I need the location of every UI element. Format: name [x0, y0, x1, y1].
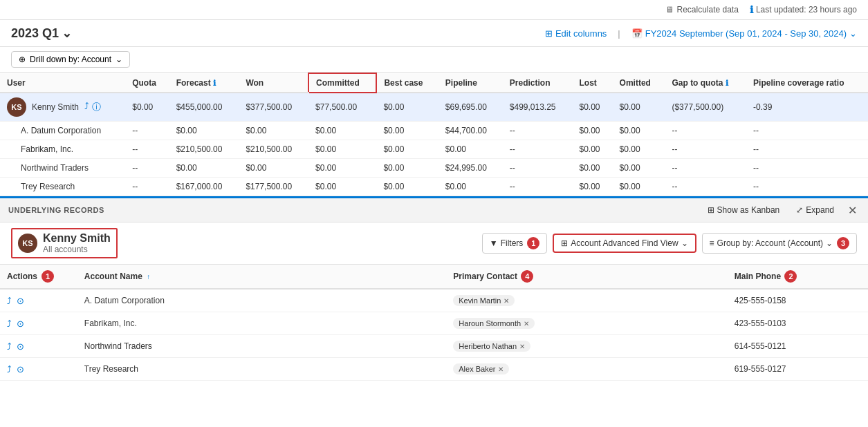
drill-bar: ⊕ Drill down by: Account ⌄ [0, 47, 868, 73]
col-account-name-header[interactable]: Account Name ↑ [77, 265, 446, 289]
contact-chip[interactable]: Kevin Martin ✕ [453, 295, 515, 306]
best-case-cell: $0.00 [376, 93, 438, 122]
primary-contact-cell: Alex Baker ✕ [446, 358, 727, 381]
last-updated: ℹ Last updated: 23 hours ago [750, 4, 857, 15]
group-icon: ≡ [710, 238, 714, 248]
advanced-find-button[interactable]: ⊞ Account Advanced Find View ⌄ [553, 234, 696, 253]
quota-cell: -- [125, 178, 169, 196]
sub-name-cell: A. Datum Corporation [0, 122, 125, 140]
show-as-kanban-button[interactable]: ⊞ Show as Kanban [702, 202, 786, 218]
more-options-icon[interactable]: ⊙ [17, 296, 24, 306]
account-name-cell: Northwind Traders [77, 335, 446, 358]
filters-button[interactable]: ▼ Filters 1 [482, 233, 548, 254]
forecast-section: User Quota Forecast ℹ Won Committed Best… [0, 73, 868, 196]
coverage-cell: -- [746, 122, 868, 140]
more-options-icon[interactable]: ⊙ [17, 364, 24, 374]
chevron-down-icon4: ⌄ [681, 238, 688, 248]
remove-contact-icon[interactable]: ✕ [524, 320, 529, 328]
contact-chip[interactable]: Heriberto Nathan ✕ [453, 341, 530, 352]
gap-cell: -- [665, 122, 746, 140]
prediction-cell: -- [503, 159, 573, 178]
open-record-icon[interactable]: ⤴ [7, 364, 12, 374]
contact-chip[interactable]: Alex Baker ✕ [453, 363, 509, 374]
gap-cell: -- [665, 140, 746, 159]
underlying-title: UNDERLYING RECORDS [8, 206, 104, 214]
coverage-cell: -- [746, 178, 868, 196]
contact-name: Haroun Stormonth [459, 319, 521, 328]
und-controls: ▼ Filters 1 ⊞ Account Advanced Find View… [482, 233, 857, 254]
contact-name: Alex Baker [459, 365, 495, 373]
group-by-badge: 3 [837, 237, 849, 249]
best-case-cell: $0.00 [376, 159, 438, 178]
col-forecast: Forecast ℹ [169, 73, 239, 93]
committed-cell: $77,500.00 [308, 93, 376, 122]
col-prediction: Prediction [503, 73, 573, 93]
close-button[interactable]: ✕ [845, 204, 860, 217]
won-cell: $377,500.00 [239, 93, 308, 122]
phone-cell: 614-555-0121 [728, 335, 868, 358]
info-icon: ℹ [750, 4, 753, 15]
lost-cell: $0.00 [573, 178, 613, 196]
open-record-icon[interactable]: ⤴ [7, 296, 12, 306]
forecast-header-row: User Quota Forecast ℹ Won Committed Best… [0, 73, 868, 93]
find-icon: ⊞ [561, 238, 568, 248]
remove-contact-icon[interactable]: ✕ [498, 366, 504, 373]
group-by-button[interactable]: ≡ Group by: Account (Account) ⌄ 3 [702, 233, 857, 254]
recalculate-button[interactable]: 🖥 Recalculate data [665, 5, 738, 15]
account-name-cell: Fabrikam, Inc. [77, 312, 446, 335]
underlying-section: UNDERLYING RECORDS ⊞ Show as Kanban ⤢ Ex… [0, 196, 868, 381]
forecast-sub-row: A. Datum Corporation -- $0.00 $0.00 $0.0… [0, 122, 868, 140]
period-title[interactable]: 2023 Q1 ⌄ [11, 26, 72, 41]
forecast-cell: $167,000.00 [169, 178, 239, 196]
remove-contact-icon[interactable]: ✕ [504, 297, 509, 305]
omitted-cell: $0.00 [613, 140, 665, 159]
table-row: ⤴ ⊙ A. Datum Corporation Kevin Martin ✕ … [0, 289, 868, 312]
last-updated-label: Last updated: 23 hours ago [756, 5, 857, 15]
lost-cell: $0.00 [573, 93, 613, 122]
row-actions: ⤴ ⊙ [0, 335, 77, 358]
won-cell: $177,500.00 [239, 178, 308, 196]
remove-contact-icon[interactable]: ✕ [519, 343, 525, 350]
contact-badge: 4 [521, 270, 533, 283]
col-quota: Quota [125, 73, 169, 93]
info-icon2[interactable]: ⓘ [92, 101, 101, 113]
records-header-row: Actions 1 Account Name ↑ Primary Contact… [0, 265, 868, 289]
drill-down-button[interactable]: ⊕ Drill down by: Account ⌄ [11, 51, 130, 68]
sub-name-cell: Northwind Traders [0, 159, 125, 178]
phone-cell: 619-555-0127 [728, 358, 868, 381]
forecast-sub-row: Trey Research -- $167,000.00 $177,500.00… [0, 178, 868, 196]
contact-name: Heriberto Nathan [459, 342, 517, 350]
lost-cell: $0.00 [573, 159, 613, 178]
gap-cell: -- [665, 159, 746, 178]
pipeline-cell: $0.00 [438, 178, 503, 196]
kanban-icon: ⊞ [708, 205, 714, 215]
lost-cell: $0.00 [573, 122, 613, 140]
forecast-body: KS Kenny Smith ⤴ ⓘ $0.00 $455,000.00 $37… [0, 93, 868, 196]
forecast-cell: $210,500.00 [169, 140, 239, 159]
open-record-icon[interactable]: ⤴ [7, 341, 12, 352]
prediction-cell: $499,013.25 [503, 93, 573, 122]
und-user-name: Kenny Smith [43, 232, 111, 245]
und-user-sub: All accounts [43, 245, 111, 254]
col-primary-contact-header: Primary Contact 4 [446, 265, 727, 289]
best-case-cell: $0.00 [376, 140, 438, 159]
more-options-icon[interactable]: ⊙ [17, 341, 24, 352]
separator: | [618, 28, 620, 39]
open-record-icon[interactable]: ⤴ [7, 319, 12, 329]
sub-name-cell: Fabrikam, Inc. [0, 140, 125, 159]
pipeline-cell: $44,700.00 [438, 122, 503, 140]
sort-icon: ↑ [147, 273, 150, 281]
primary-contact-cell: Heriberto Nathan ✕ [446, 335, 727, 358]
forecast-cell: $0.00 [169, 122, 239, 140]
contact-chip[interactable]: Haroun Stormonth ✕ [453, 318, 535, 329]
edit-columns-icon: ⊞ [545, 28, 553, 39]
expand-button[interactable]: ⤢ Expand [791, 202, 840, 218]
primary-contact-cell: Haroun Stormonth ✕ [446, 312, 727, 335]
omitted-cell: $0.00 [613, 93, 665, 122]
more-options-icon[interactable]: ⊙ [17, 319, 24, 329]
edit-columns-button[interactable]: ⊞ Edit columns [545, 28, 607, 39]
share-icon[interactable]: ⤴ [84, 101, 89, 113]
avatar: KS [7, 97, 26, 117]
underlying-header-actions: ⊞ Show as Kanban ⤢ Expand ✕ [702, 202, 860, 218]
fy-selector[interactable]: 📅 FY2024 September (Sep 01, 2024 - Sep 3… [631, 28, 857, 39]
